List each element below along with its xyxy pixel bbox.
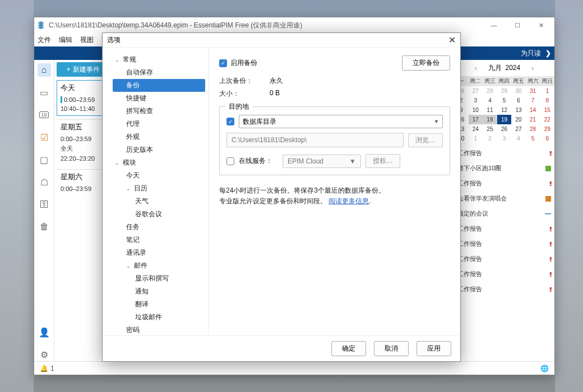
tree-node[interactable]: 通知 [113,285,205,298]
minimize-button[interactable]: — [483,20,505,31]
cal-next[interactable]: › [531,64,534,72]
cal-day[interactable]: 2 [483,134,497,143]
tree-node[interactable]: 备份 [113,79,205,92]
tree-node[interactable]: 密码 [113,324,205,335]
todo-row[interactable]: 工作报告!! [457,149,551,157]
cal-day[interactable]: 11 [483,105,497,115]
cal-day[interactable]: 6 [540,134,554,143]
tree-node[interactable]: 任务 [113,221,205,234]
cal-day[interactable]: 29 [540,124,554,134]
todo-row[interactable]: 工作报告!! [457,285,551,293]
cal-day[interactable]: 30 [511,86,526,96]
dest-select[interactable]: 数据库目录 ▼ [239,115,443,128]
cal-day[interactable]: 12 [497,105,512,115]
cancel-button[interactable]: 取消 [374,341,409,356]
contacts-icon[interactable]: ☖ [38,175,51,189]
cal-day[interactable]: 25 [483,124,497,134]
ok-button[interactable]: 确定 [331,341,366,356]
tree-node[interactable]: 谷歌会议 [113,208,205,221]
cal-day[interactable]: 19 [497,115,512,124]
browse-button[interactable]: 浏览… [408,133,443,147]
dialog-close-button[interactable]: ✕ [448,35,456,45]
tree-node[interactable]: 翻译 [113,298,205,311]
cal-day[interactable]: 13 [511,105,526,115]
chevron-right-icon[interactable]: ❯ [545,49,551,57]
tree-node[interactable]: 代理 [113,118,205,130]
cal-day[interactable]: 27 [469,86,483,96]
enable-backup-checkbox[interactable]: ✓ [219,59,227,67]
home-icon[interactable]: ⌂ [38,63,51,77]
tree-node[interactable]: 历史版本 [113,143,205,156]
cal-day[interactable]: 29 [497,86,512,96]
cal-day[interactable]: 3 [469,96,483,105]
cal-day[interactable]: 21 [526,115,540,124]
cal-day[interactable]: 18 [483,115,497,124]
maximize-button[interactable]: ☐ [506,20,529,31]
cal-day[interactable]: 20 [511,115,526,124]
cal-day[interactable]: 1 [540,86,554,96]
tree-node[interactable]: 笔记 [113,234,205,246]
cal-day[interactable]: 24 [469,124,483,134]
authorize-button[interactable]: 授权… [365,154,400,168]
cal-day[interactable]: 7 [526,96,540,105]
cal-day[interactable]: 28 [483,86,497,96]
cal-day[interactable]: 31 [526,86,540,96]
tree-node[interactable]: 显示和撰写 [113,272,205,285]
tree-node[interactable]: ⌄模块 [113,156,205,169]
cal-day[interactable]: 10 [469,105,483,115]
tree-node[interactable]: 天气 [113,195,205,208]
tasks-icon[interactable]: ☑ [38,130,51,144]
tree-node[interactable]: 快捷键 [113,92,205,105]
cal-day[interactable]: 6 [511,96,526,105]
backup-now-button[interactable]: 立即备份 [402,55,450,71]
trash-icon[interactable]: 🗑 [38,220,51,234]
user-icon[interactable]: 👤 [38,325,51,339]
notifications[interactable]: 🔔 1 [40,365,54,372]
calendar-icon[interactable]: 19 [38,108,51,122]
tree-node[interactable]: ⌄常规 [113,53,205,66]
tree-node[interactable]: 拼写检查 [113,105,205,118]
cal-day[interactable]: 5 [497,96,512,105]
cal-day[interactable]: 28 [526,124,540,134]
tree-node[interactable]: 自动保存 [113,66,205,79]
cal-prev[interactable]: ‹ [475,64,477,72]
todo-row[interactable]: 工作报告!! [457,270,551,278]
cal-day[interactable]: 26 [497,124,512,134]
cal-day[interactable]: 14 [526,105,540,115]
password-icon[interactable]: ⚿ [38,198,51,211]
menu-file[interactable]: 文件 [38,35,51,45]
todo-row[interactable]: 工作报告!! [457,179,551,188]
todo-row[interactable]: 工作报告!! [457,225,551,233]
cal-day[interactable]: 8 [540,96,554,105]
cal-day[interactable]: 5 [526,134,540,143]
cal-day[interactable]: 27 [511,124,526,134]
cal-day[interactable]: 4 [483,96,497,105]
tree-node[interactable]: 今天 [113,169,205,182]
cal-day[interactable]: 3 [497,134,512,143]
menu-edit[interactable]: 编辑 [59,35,72,45]
close-button[interactable]: ✕ [530,20,552,31]
settings-icon[interactable]: ⚙ [38,348,51,361]
globe-icon[interactable]: 🌐 [540,365,549,372]
tree-node[interactable]: 外观 [113,130,205,143]
apply-button[interactable]: 应用 [417,341,451,356]
todo-row[interactable]: 楼下小区跑10圈 [457,164,551,172]
todo-row[interactable]: 工作报告!! [457,255,551,263]
cal-day[interactable]: 17 [469,115,483,124]
tree-node[interactable]: ⌄日历 [113,182,205,195]
todo-row[interactable]: 工作报告!! [457,240,551,248]
cal-day[interactable]: 4 [511,134,526,143]
read-more-link[interactable]: 阅读更多信息 [328,197,369,205]
menu-view[interactable]: 视图 [80,35,94,45]
cal-day[interactable]: 1 [469,134,483,143]
todo-row[interactable]: 预定的会议〰 [457,209,551,218]
notes-icon[interactable]: ▢ [38,153,51,166]
cal-day[interactable]: 15 [540,105,554,115]
tree-node[interactable]: ⌄邮件 [113,259,205,272]
cal-day[interactable]: 22 [540,115,554,124]
card-icon[interactable]: ▭ [38,86,51,99]
online-service-checkbox[interactable] [226,157,234,165]
tree-node[interactable]: 垃圾邮件 [113,311,205,324]
todo-row[interactable]: 去看张学友演唱会 [457,194,551,203]
dest-path-input[interactable]: C:\Users\18181\Desktop\ [226,133,404,147]
